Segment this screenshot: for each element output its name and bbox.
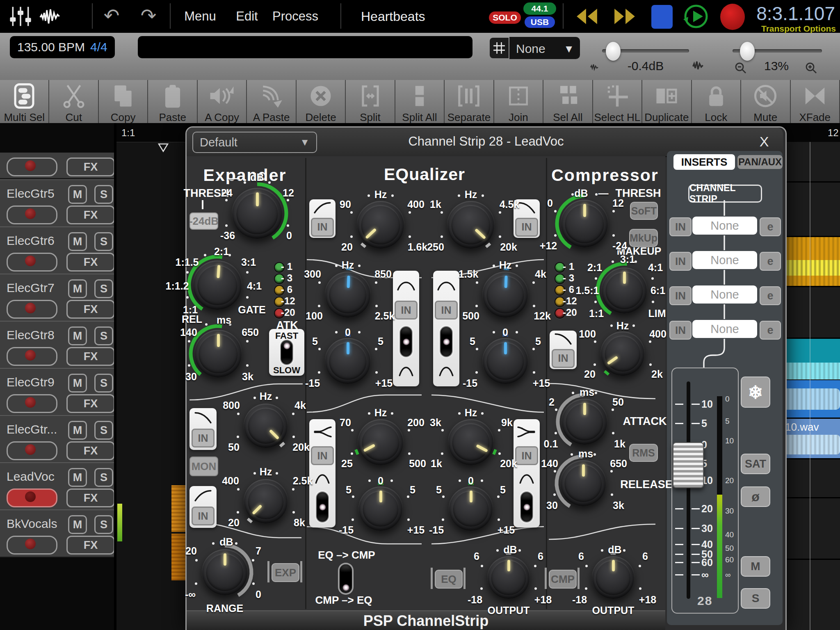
shape-toggle[interactable] bbox=[317, 492, 328, 522]
eq-hf-freq-knob[interactable] bbox=[448, 419, 494, 465]
track-solo-button[interactable]: S bbox=[94, 279, 113, 298]
eq-highcut-freq-knob[interactable] bbox=[447, 201, 495, 249]
in-button[interactable]: IN bbox=[311, 218, 334, 237]
fx-button[interactable]: FX bbox=[66, 441, 115, 460]
record-arm-button[interactable] bbox=[7, 536, 57, 555]
solo-badge[interactable]: SOLO bbox=[489, 11, 521, 24]
in-button[interactable]: IN bbox=[552, 349, 575, 368]
toolbar-delete[interactable]: Delete bbox=[297, 80, 346, 123]
comp-release-knob[interactable] bbox=[560, 460, 606, 506]
record-arm-button[interactable] bbox=[7, 158, 57, 176]
comp-attack-knob[interactable] bbox=[562, 399, 607, 445]
freeze-button[interactable]: ❄ bbox=[741, 377, 770, 408]
insert-slot-4[interactable]: None bbox=[692, 320, 757, 338]
track-mute-button[interactable]: M bbox=[68, 468, 87, 487]
tab-pan-aux[interactable]: PAN/AUX bbox=[737, 155, 783, 169]
track-row-elecgtr[interactable]: ElecGtr...MSFX bbox=[0, 415, 114, 463]
mon-button[interactable]: MON bbox=[189, 457, 218, 476]
name-box[interactable] bbox=[138, 36, 472, 58]
rewind-button[interactable] bbox=[575, 7, 599, 28]
expander-ratio-knob[interactable] bbox=[193, 260, 242, 310]
eq-hmf-freq-knob[interactable] bbox=[482, 272, 528, 317]
insert-slot-1[interactable]: None bbox=[692, 217, 757, 235]
in-button[interactable]: IN bbox=[395, 301, 418, 320]
audio-clip-cyan[interactable] bbox=[783, 339, 840, 379]
track-mute-button[interactable]: M bbox=[68, 515, 87, 534]
eq-cmp-routing-toggle[interactable] bbox=[340, 564, 352, 593]
phase-button[interactable]: ø bbox=[741, 486, 770, 507]
insert-edit-button[interactable]: e bbox=[760, 217, 781, 236]
rms-button[interactable]: RMS bbox=[629, 444, 658, 462]
track-solo-button[interactable]: S bbox=[94, 326, 113, 345]
insert-in-button[interactable]: IN bbox=[669, 252, 692, 271]
eq-hf-gain-knob[interactable] bbox=[449, 486, 493, 531]
track-row-bkvocals[interactable]: BkVocalsMSFX bbox=[0, 509, 114, 557]
soft-button[interactable]: SoFT bbox=[630, 202, 658, 220]
tab-inserts[interactable]: INSERTS bbox=[673, 154, 735, 170]
toolbar-multi-sel[interactable]: Multi Sel bbox=[0, 80, 49, 123]
expander-sc-highpass-freq-knob[interactable] bbox=[244, 479, 288, 523]
in-button[interactable]: IN bbox=[515, 446, 538, 465]
eq-lowcut-freq-knob[interactable] bbox=[357, 201, 404, 249]
fx-button[interactable]: FX bbox=[66, 205, 115, 224]
atk-toggle[interactable] bbox=[281, 340, 292, 364]
toolbar-mute[interactable]: Mute bbox=[741, 80, 790, 123]
fx-button[interactable]: FX bbox=[66, 300, 115, 319]
track-row-elecgtr9[interactable]: ElecGtr9MSFX bbox=[0, 368, 114, 416]
toolbar-select-hl[interactable]: Select HL bbox=[593, 80, 642, 123]
record-arm-button[interactable] bbox=[7, 300, 57, 319]
zoom-slider-thumb[interactable] bbox=[740, 42, 755, 61]
toolbar-paste[interactable]: Paste bbox=[148, 80, 197, 123]
mixer-icon[interactable] bbox=[9, 5, 32, 30]
shape-toggle[interactable] bbox=[441, 327, 452, 356]
track-solo-button[interactable]: S bbox=[94, 515, 113, 534]
comp-threshold-knob[interactable] bbox=[561, 200, 608, 247]
comp-ratio-knob[interactable] bbox=[601, 267, 647, 313]
audio-clip[interactable] bbox=[171, 534, 186, 580]
record-button[interactable] bbox=[720, 4, 745, 30]
track-row-leadvoc[interactable]: LeadVocMSFX bbox=[0, 462, 114, 510]
menu-button[interactable]: Menu bbox=[180, 8, 220, 25]
eq-lmf-gain-knob[interactable] bbox=[325, 338, 371, 384]
insert-slot-2[interactable]: None bbox=[692, 251, 757, 269]
toolbar-duplicate[interactable]: Duplicate bbox=[642, 80, 692, 123]
process-menu-button[interactable]: Process bbox=[271, 8, 320, 25]
fx-button[interactable]: FX bbox=[66, 536, 115, 555]
in-button[interactable]: IN bbox=[192, 429, 215, 447]
toolbar-a-paste[interactable]: A Paste bbox=[247, 80, 296, 123]
in-button[interactable]: IN bbox=[435, 301, 458, 320]
transport-options-link[interactable]: Transport Options bbox=[749, 24, 836, 34]
edit-menu-button[interactable]: Edit bbox=[231, 8, 263, 25]
track-solo-button[interactable]: S bbox=[94, 468, 113, 487]
toolbar-sel-all[interactable]: Sel All bbox=[543, 80, 593, 123]
cmp-engage-button[interactable]: CMP bbox=[549, 570, 577, 589]
gain-slider-thumb[interactable] bbox=[606, 42, 621, 61]
audio-clip-yellow[interactable] bbox=[783, 237, 840, 286]
eq-lf-freq-knob[interactable] bbox=[358, 419, 404, 465]
play-button[interactable] bbox=[682, 4, 709, 31]
undo-button[interactable]: ↶ bbox=[100, 4, 123, 27]
track-list-edge[interactable] bbox=[114, 123, 116, 630]
grid-dropdown[interactable]: None ▼ bbox=[509, 37, 580, 59]
track-solo-button[interactable]: S bbox=[94, 374, 113, 393]
track-mute-button[interactable]: M bbox=[68, 374, 87, 393]
zoom-in-icon[interactable] bbox=[805, 62, 818, 76]
audio-clip-blue[interactable] bbox=[783, 380, 840, 418]
toolbar-a-copy[interactable]: A Copy bbox=[198, 80, 247, 123]
channel-strip-button[interactable]: CHANNEL STRIP bbox=[688, 185, 762, 203]
record-arm-button[interactable] bbox=[7, 347, 57, 366]
track-row-elecgtr8[interactable]: ElecGtr8MSFX bbox=[0, 321, 114, 369]
record-arm-button[interactable] bbox=[7, 488, 57, 507]
fx-button[interactable]: FX bbox=[66, 158, 115, 176]
track-mute-button[interactable]: M bbox=[68, 232, 87, 251]
zoom-out-icon[interactable] bbox=[734, 62, 747, 76]
expander-sc-lowpass-freq-knob[interactable] bbox=[244, 404, 288, 448]
record-arm-button[interactable] bbox=[7, 253, 57, 272]
eq-engage-button[interactable]: EQ bbox=[435, 570, 463, 589]
fader-handle[interactable] bbox=[673, 442, 704, 488]
toolbar-xfade[interactable]: XFade bbox=[791, 80, 840, 123]
solo-button[interactable]: S bbox=[741, 588, 770, 609]
in-button[interactable]: IN bbox=[192, 507, 215, 525]
audio-clip-wav[interactable]: 10.wav bbox=[783, 418, 840, 458]
eq-hmf-gain-knob[interactable] bbox=[482, 338, 528, 384]
